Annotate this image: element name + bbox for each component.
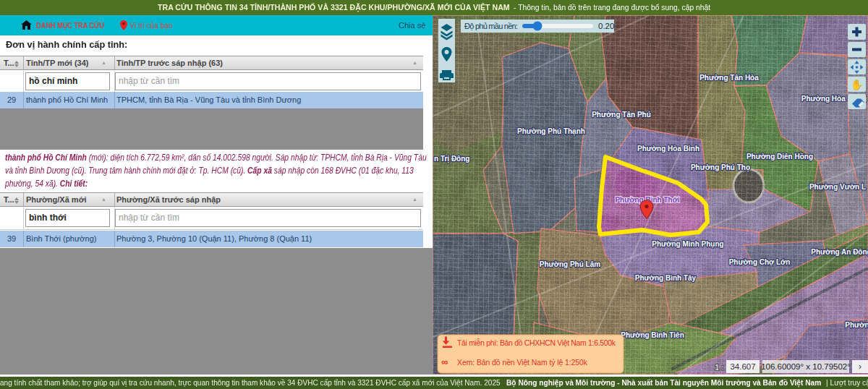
svg-text:✋: ✋	[851, 79, 864, 91]
svg-text:Phường Hòa Bình: Phường Hòa Bình	[637, 145, 699, 153]
svg-text:34.607: 34.607	[730, 362, 755, 371]
svg-text:Phường: Phường	[845, 321, 868, 329]
svg-text:Tải miễn phí: Bản đồ CHXHCN Vi: Tải miễn phí: Bản đồ CHXHCN Việt Nam 1:6…	[457, 338, 616, 347]
svg-text:1 :: 1 :	[715, 363, 724, 372]
svg-text:Phường Tân Hòa: Phường Tân Hòa	[699, 74, 759, 82]
svg-text:n Trị Đông: n Trị Đông	[434, 155, 469, 163]
svg-text:Phường Minh Phụng: Phường Minh Phụng	[652, 240, 723, 249]
svg-text:Phường Vườn L: Phường Vườn L	[809, 183, 866, 191]
svg-text:Độ phủ mầu nền:: Độ phủ mầu nền:	[464, 22, 518, 30]
svg-text:Phường Phú Thọ: Phường Phú Thọ	[691, 163, 750, 172]
svg-text:Phường Bình Tây: Phường Bình Tây	[635, 274, 697, 282]
svg-text:›: ›	[859, 362, 861, 372]
svg-text:∞: ∞	[441, 356, 448, 367]
svg-text:0.20: 0.20	[598, 22, 614, 30]
svg-text:Phường Diên Hồng: Phường Diên Hồng	[746, 153, 813, 161]
svg-text:Phường An Đông: Phường An Đông	[811, 248, 868, 256]
svg-text:Phường Chợ Lớn: Phường Chợ Lớn	[729, 258, 791, 267]
svg-text:Xem: Bản đồ nền Việt Nam tỷ lệ: Xem: Bản đồ nền Việt Nam tỷ lệ 1:250k	[457, 358, 588, 367]
svg-text:Phường Bình Tiên: Phường Bình Tiên	[621, 331, 684, 339]
svg-text:Phường Phú Lâm: Phường Phú Lâm	[540, 260, 600, 268]
svg-text:Phường Phú Thạnh: Phường Phú Thạnh	[517, 127, 585, 136]
svg-text:Phường Tân Phú: Phường Tân Phú	[592, 111, 651, 119]
svg-text:106.60009° x 10.79502°: 106.60009° x 10.79502°	[761, 362, 851, 371]
